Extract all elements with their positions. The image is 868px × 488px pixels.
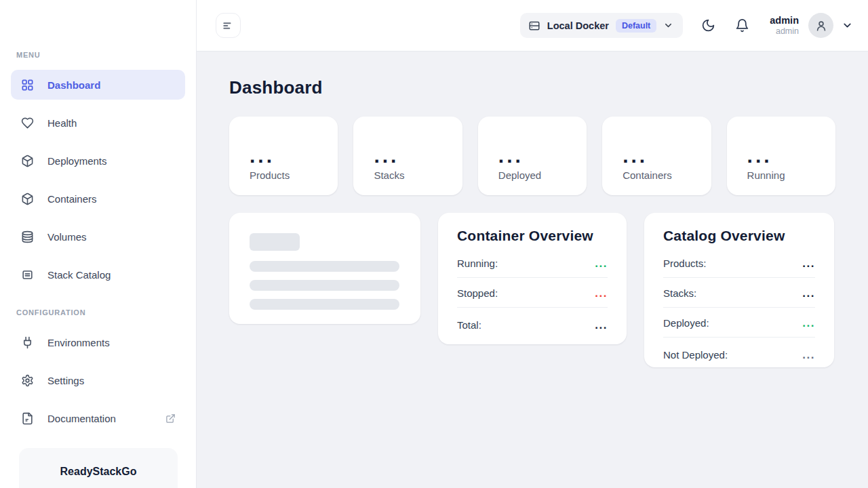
bell-icon [735,18,749,33]
loading-dots: ... [747,152,835,161]
stat-label: Stacks [374,169,462,181]
topbar: Local Docker Default [197,0,868,52]
row-value: ... [595,291,608,296]
overview-row-running: Running: ... [457,248,608,278]
row-value: ... [802,262,815,266]
sidebar-item-volumes[interactable]: Volumes [11,222,185,251]
server-icon [528,20,540,32]
overview-rows: Products: ... Stacks: ... Deployed: ... [663,248,815,369]
stat-label: Deployed [498,169,587,181]
row-value: ... [802,353,815,357]
loading-dots: ... [374,152,462,161]
plug-icon [20,336,34,349]
topbar-right: Local Docker Default [520,13,853,38]
sidebar-item-label: Settings [47,375,84,386]
brand-name: ReadyStackGo [60,466,137,488]
heart-icon [20,116,34,129]
file-icon [20,411,34,425]
overview-row-deployed: Deployed: ... [663,308,815,338]
theme-toggle-button[interactable] [701,18,715,33]
external-link-icon [165,413,176,424]
user-menu-button[interactable] [842,20,853,31]
loading-dots: ... [250,152,338,161]
sidebar-item-label: Documentation [47,413,152,424]
catalog-overview-card: Catalog Overview Products: ... Stacks: .… [644,213,834,367]
stat-label: Containers [623,169,711,181]
row-value: ... [595,323,608,327]
sidebar-nav-menu: Dashboard Health Deployments Containers [0,70,196,289]
overview-row-products: Products: ... [663,248,815,278]
environment-name: Local Docker [547,20,609,31]
loading-skeleton-card [229,213,420,324]
row-label: Stopped: [457,287,498,299]
row-value: ... [802,321,815,325]
sidebar-item-label: Stack Catalog [47,269,111,281]
sidebar-item-environments[interactable]: Environments [11,327,185,357]
row-label: Not Deployed: [663,349,728,361]
container-overview-card: Container Overview Running: ... Stopped:… [438,213,627,344]
database-icon [20,230,34,243]
sidebar-item-label: Dashboard [47,79,100,91]
row-label: Running: [457,258,498,269]
chevron-down-icon [842,20,853,31]
stat-label: Products [250,169,338,181]
environment-badge: Default [616,19,656,33]
card-title: Container Overview [457,228,608,244]
overview-row-total: Total: ... [457,308,608,339]
sidebar-item-label: Environments [47,337,110,348]
stat-cards-row: ... Products ... Stacks ... Deployed ...… [229,117,835,195]
sidebar-item-label: Deployments [47,155,107,167]
sidebar-item-stack-catalog[interactable]: Stack Catalog [11,260,185,289]
catalog-icon [20,268,34,281]
sidebar-item-documentation[interactable]: Documentation [11,403,185,433]
sidebar-nav-configuration: Environments Settings Documentation [0,327,196,433]
gear-icon [20,373,34,387]
menu-icon [222,19,235,33]
skeleton-bar [250,280,399,291]
overview-row-stopped: Stopped: ... [457,278,608,308]
row-label: Deployed: [663,317,709,329]
user-role: admin [770,26,799,37]
app: MENU Dashboard Health Deployments [0,0,868,488]
notifications-button[interactable] [735,18,749,33]
sidebar-item-label: Containers [47,193,97,205]
environment-selector[interactable]: Local Docker Default [520,13,683,38]
skeleton-bar [250,261,399,272]
avatar[interactable] [808,13,833,38]
box-icon [20,154,34,167]
overview-rows: Running: ... Stopped: ... Total: ... [457,248,608,339]
content: Dashboard ... Products ... Stacks ... De… [197,52,868,488]
sidebar-item-health[interactable]: Health [11,108,185,138]
sidebar: MENU Dashboard Health Deployments [0,0,197,488]
stat-card-products: ... Products [229,117,338,195]
user-meta: admin admin [770,14,799,37]
sidebar-section-menu: MENU [16,51,196,59]
row-value: ... [802,291,815,296]
page-title: Dashboard [229,77,835,98]
sidebar-item-label: Health [47,117,77,129]
grid-icon [20,78,34,92]
sidebar-item-dashboard[interactable]: Dashboard [11,70,185,100]
sidebar-item-containers[interactable]: Containers [11,184,185,214]
sidebar-item-deployments[interactable]: Deployments [11,146,185,176]
sidebar-toggle-button[interactable] [216,13,241,38]
stat-label: Running [747,169,835,181]
overview-row: Container Overview Running: ... Stopped:… [229,213,835,367]
skeleton-bar [250,299,399,310]
user-icon [814,19,828,33]
overview-row-not-deployed: Not Deployed: ... [663,338,815,369]
main-area: Local Docker Default [197,0,868,488]
stat-card-deployed: ... Deployed [478,117,587,195]
box-icon [20,192,34,205]
chevron-down-icon [663,20,673,30]
row-label: Products: [663,258,706,269]
sidebar-item-label: Volumes [47,231,87,243]
skeleton-title-bar [250,233,300,251]
loading-dots: ... [498,152,587,161]
stat-card-stacks: ... Stacks [353,117,462,195]
row-value: ... [595,262,608,266]
sidebar-item-settings[interactable]: Settings [11,365,185,395]
stat-card-containers: ... Containers [602,117,711,195]
sidebar-section-configuration: CONFIGURATION [16,308,196,317]
brand-card: ReadyStackGo [19,448,178,488]
